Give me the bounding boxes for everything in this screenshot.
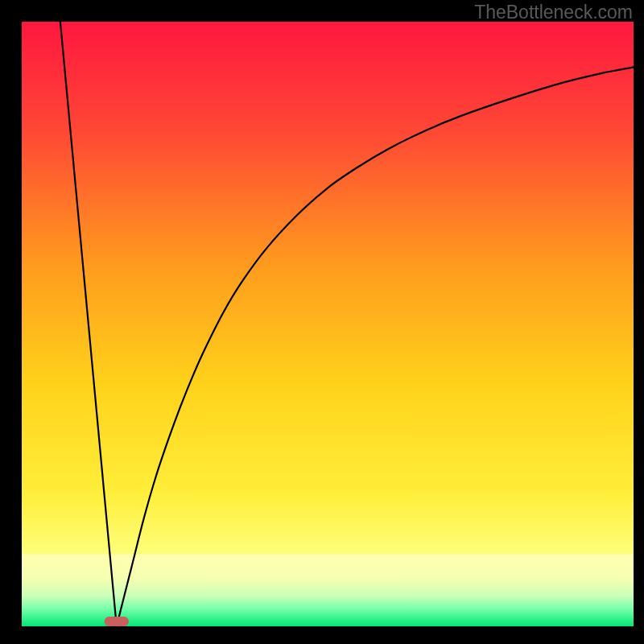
- watermark-text: TheBottleneck.com: [474, 2, 633, 23]
- chart-frame: TheBottleneck.com: [0, 0, 644, 644]
- optimum-marker: [105, 617, 129, 626]
- gradient-background: [22, 22, 634, 626]
- bottleneck-chart: [22, 22, 634, 626]
